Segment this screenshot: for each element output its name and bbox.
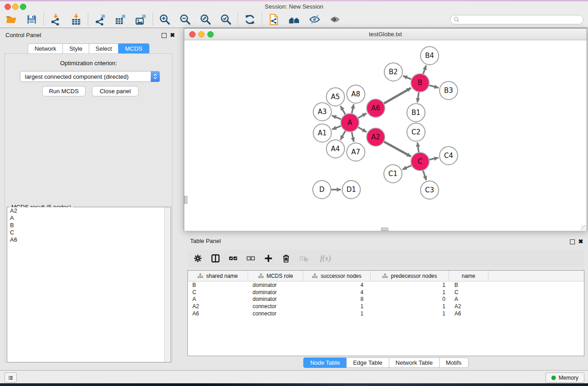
zoom-selected-button[interactable] — [220, 14, 232, 26]
cell[interactable]: A — [449, 296, 488, 302]
graph-edge-C-C3[interactable] — [423, 171, 426, 180]
table-panel-close-icon[interactable]: ✖ — [578, 238, 584, 245]
network-canvas[interactable]: B4B2BB3A8A5A6A3B1AC2A1A2A4A7C4CC1C3DD1 — [184, 40, 587, 231]
memory-button[interactable]: Memory — [545, 372, 584, 383]
cell[interactable]: C — [449, 289, 488, 295]
canvas-left-scroll-nub[interactable] — [184, 196, 187, 204]
cell[interactable]: 1 — [371, 282, 449, 288]
table-row-A[interactable]: Adominator80A — [188, 296, 584, 303]
tab-mcds[interactable]: MCDS — [118, 43, 149, 54]
tab-network-table[interactable]: Network Table — [389, 357, 440, 368]
graph-node-A7[interactable]: A7 — [347, 143, 365, 161]
tab-edge-table[interactable]: Edge Table — [346, 357, 389, 368]
close-panel-button[interactable]: Close panel — [92, 86, 139, 96]
result-item-C[interactable]: C — [7, 229, 171, 236]
graph-edge-A-A5[interactable] — [340, 106, 345, 114]
result-item-B[interactable]: B — [7, 222, 171, 229]
graph-node-A2[interactable]: A2 — [367, 128, 385, 146]
table-panel-float-icon[interactable] — [569, 238, 575, 245]
cell[interactable]: dominator — [248, 289, 303, 295]
new-network-from-selection-button[interactable] — [268, 14, 280, 26]
cell[interactable]: C — [188, 289, 248, 295]
result-item-A[interactable]: A — [7, 214, 171, 222]
select-all-rows-button[interactable] — [228, 253, 239, 264]
cell[interactable]: B — [449, 282, 488, 288]
cell[interactable]: A2 — [188, 303, 248, 310]
create-column-button[interactable] — [263, 253, 274, 264]
graph-edge-C-C2[interactable] — [417, 143, 419, 152]
criterion-dropdown[interactable]: largest connected component (directed) — [20, 71, 160, 82]
deselect-all-rows-button[interactable] — [246, 253, 257, 264]
mcds-result-list[interactable]: A2ABCA6 — [7, 207, 171, 362]
graph-node-C4[interactable]: C4 — [440, 147, 458, 165]
graph-node-B1[interactable]: B1 — [407, 104, 425, 122]
result-scrollbar[interactable] — [164, 207, 171, 362]
log-console-button[interactable] — [5, 372, 17, 383]
tab-motifs[interactable]: Motifs — [439, 357, 468, 368]
graph-node-A3[interactable]: A3 — [313, 103, 331, 121]
function-builder-button[interactable]: f(x) — [316, 253, 335, 264]
column-header-predecessor-nodes[interactable]: predecessor nodes — [371, 271, 449, 281]
cell[interactable]: B — [188, 282, 248, 288]
column-header-successor-nodes[interactable]: successor nodes — [303, 271, 371, 281]
cell[interactable]: 1 — [371, 303, 449, 310]
cell[interactable]: 1 — [371, 289, 449, 295]
tab-network[interactable]: Network — [28, 43, 63, 54]
graph-edge-B-B3[interactable] — [429, 86, 439, 88]
hide-selected-button[interactable] — [309, 14, 321, 26]
search-input[interactable] — [460, 16, 583, 23]
cell[interactable]: 4 — [303, 282, 371, 288]
graph-node-D1[interactable]: D1 — [342, 181, 360, 199]
table-row-A2[interactable]: A2connector11A2 — [188, 303, 584, 310]
cell[interactable]: 1 — [303, 303, 371, 310]
first-neighbors-button[interactable] — [288, 14, 301, 26]
graph-node-B2[interactable]: B2 — [384, 63, 402, 81]
save-session-button[interactable] — [26, 14, 38, 26]
graph-node-A4[interactable]: A4 — [326, 140, 344, 158]
cell[interactable]: 1 — [371, 310, 449, 317]
graph-edge-A-A2[interactable] — [358, 127, 367, 132]
column-header-MCDS-role[interactable]: MCDS role — [248, 271, 303, 281]
table-row-C[interactable]: Cdominator41C — [188, 289, 584, 296]
canvas-bottom-scroll-nub[interactable] — [381, 228, 388, 231]
import-network-button[interactable] — [50, 14, 62, 26]
cell[interactable]: dominator — [248, 282, 303, 288]
cell[interactable]: 1 — [303, 310, 371, 317]
result-item-A6[interactable]: A6 — [7, 236, 171, 243]
zoom-in-button[interactable] — [159, 14, 171, 26]
graph-node-A6[interactable]: A6 — [367, 99, 385, 117]
graph-node-A1[interactable]: A1 — [313, 124, 331, 142]
tab-node-table[interactable]: Node Table — [303, 357, 347, 368]
open-session-button[interactable] — [5, 14, 18, 26]
result-item-A2[interactable]: A2 — [7, 207, 171, 214]
cell[interactable]: 0 — [371, 296, 449, 302]
import-table-button[interactable] — [70, 14, 82, 26]
cell[interactable]: 4 — [303, 289, 371, 295]
zoom-out-button[interactable] — [179, 14, 191, 26]
tab-select[interactable]: Select — [89, 43, 119, 54]
tab-style[interactable]: Style — [62, 43, 89, 54]
toggle-columns-button[interactable] — [210, 253, 221, 264]
graph-node-A5[interactable]: A5 — [326, 88, 344, 106]
delete-columns-button[interactable] — [281, 253, 292, 264]
search-box[interactable] — [450, 15, 583, 24]
column-header-name[interactable]: name — [449, 271, 488, 281]
graph-node-C[interactable]: C — [411, 152, 429, 171]
table-row-A6[interactable]: A6connector11A6 — [188, 310, 584, 317]
show-all-button[interactable] — [329, 14, 341, 26]
graph-node-C2[interactable]: C2 — [407, 123, 425, 141]
graph-edge-B-B2[interactable] — [403, 76, 411, 79]
column-header-shared-name[interactable]: shared name — [188, 271, 248, 281]
graph-node-B3[interactable]: B3 — [440, 81, 458, 100]
refresh-view-button[interactable] — [244, 14, 256, 26]
cell[interactable]: A — [188, 296, 248, 302]
graph-edge-B-B4[interactable] — [423, 66, 426, 74]
graph-edge-C-C1[interactable] — [402, 166, 411, 170]
run-mcds-button[interactable]: Run MCDS — [42, 86, 86, 96]
graph-node-A8[interactable]: A8 — [347, 85, 365, 103]
graph-edge-A2-C[interactable] — [384, 142, 411, 157]
graph-edge-A6-B[interactable] — [384, 88, 411, 103]
graph-node-D[interactable]: D — [313, 181, 331, 199]
export-network-button[interactable] — [94, 14, 106, 26]
graph-node-C3[interactable]: C3 — [421, 181, 439, 199]
